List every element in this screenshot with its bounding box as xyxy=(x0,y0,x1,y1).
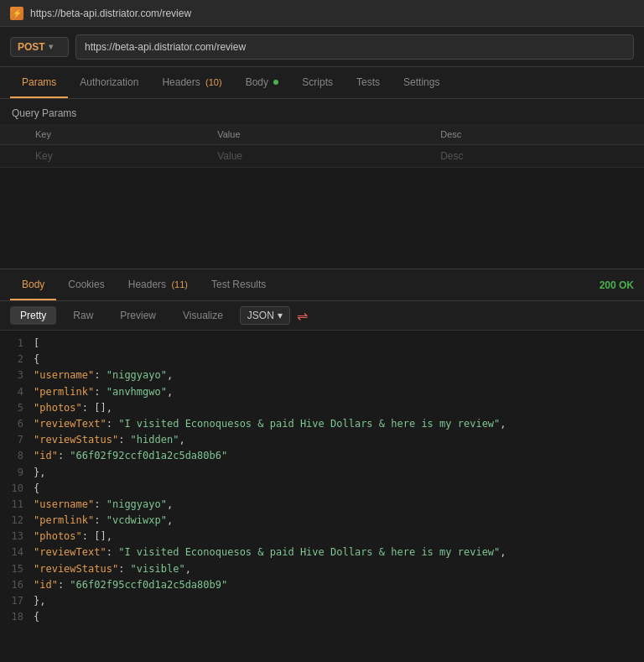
json-string: "niggyayo" xyxy=(106,498,167,510)
code-line: 18 { xyxy=(0,609,644,625)
json-bracket: [ xyxy=(34,337,39,349)
value-col-header: Value xyxy=(209,124,432,145)
key-cell[interactable]: Key xyxy=(27,145,209,168)
response-section: Body Cookies Headers (11) Test Results 2… xyxy=(0,268,644,630)
pretty-button[interactable]: Pretty xyxy=(10,306,56,325)
tab-params[interactable]: Params xyxy=(10,68,68,98)
line-number: 13 xyxy=(0,529,34,545)
tab-headers[interactable]: Headers (10) xyxy=(150,68,233,98)
tab-authorization[interactable]: Authorization xyxy=(68,68,150,98)
json-comma: , xyxy=(167,498,173,510)
line-content: { xyxy=(34,481,644,497)
json-comma: , xyxy=(167,369,173,381)
line-number: 9 xyxy=(0,465,34,481)
json-bracket: { xyxy=(34,482,39,494)
line-content: "id": "66f02f95ccf0d1a2c5da80b9" xyxy=(34,577,644,593)
request-section: POST ▾ Params Authorization Headers (10)… xyxy=(0,27,644,268)
tab-body[interactable]: Body xyxy=(234,68,291,98)
json-colon: : xyxy=(94,514,106,526)
tab-body-response[interactable]: Body xyxy=(10,270,56,300)
code-line: 11 "username": "niggyayo", xyxy=(0,497,644,513)
json-colon: : xyxy=(118,434,130,446)
preview-button[interactable]: Preview xyxy=(110,306,166,325)
json-key: "id" xyxy=(34,579,58,591)
json-bracket: }, xyxy=(34,595,45,607)
tab-tests[interactable]: Tests xyxy=(345,68,392,98)
format-type-select[interactable]: JSON ▾ xyxy=(240,306,290,325)
headers-badge: (10) xyxy=(205,77,222,87)
url-input[interactable] xyxy=(75,34,634,60)
code-line: 3 "username": "niggyayo", xyxy=(0,367,644,383)
tab-response-headers[interactable]: Headers (11) xyxy=(117,270,200,300)
code-line: 8 "id": "66f02f92ccf0d1a2c5da80b6" xyxy=(0,448,644,464)
json-colon: : xyxy=(82,530,94,542)
line-number: 17 xyxy=(0,593,34,609)
json-comma: , xyxy=(500,546,506,558)
line-content: }, xyxy=(34,465,644,481)
empty-space xyxy=(0,168,644,268)
wrap-icon[interactable]: ⇌ xyxy=(297,308,308,324)
title-url: https://beta-api.distriator.com/review xyxy=(30,8,191,19)
json-comma: , xyxy=(167,514,173,526)
line-content: "reviewStatus": "hidden", xyxy=(34,432,644,448)
code-line: 15 "reviewStatus": "visible", xyxy=(0,561,644,577)
code-line: 14 "reviewText": "I visited Econoquesos … xyxy=(0,545,644,560)
value-cell[interactable]: Value xyxy=(209,145,432,168)
line-content: "reviewText": "I visited Econoquesos & p… xyxy=(34,545,644,560)
tab-scripts[interactable]: Scripts xyxy=(290,68,345,98)
json-bracket: { xyxy=(34,611,39,623)
line-content: }, xyxy=(34,593,644,609)
json-string: "visible" xyxy=(131,563,185,575)
url-bar: POST ▾ xyxy=(0,27,644,67)
json-colon: : xyxy=(118,563,130,575)
json-comma: , xyxy=(106,402,112,414)
line-number: 11 xyxy=(0,497,34,513)
code-line: 1[ xyxy=(0,336,644,352)
line-content: { xyxy=(34,609,644,625)
json-string: "66f02f95ccf0d1a2c5da80b9" xyxy=(70,579,227,591)
line-content: "photos": [], xyxy=(34,529,644,545)
json-key: "reviewStatus" xyxy=(34,563,118,575)
line-number: 6 xyxy=(0,416,34,432)
line-number: 7 xyxy=(0,432,34,448)
code-line: 16 "id": "66f02f95ccf0d1a2c5da80b9" xyxy=(0,577,644,593)
json-colon: : xyxy=(94,369,106,381)
line-content: "photos": [], xyxy=(34,400,644,416)
json-colon: : xyxy=(94,386,106,398)
json-string: "vcdwiwxp" xyxy=(106,514,167,526)
line-number: 14 xyxy=(0,545,34,560)
json-string: "I visited Econoquesos & paid Hive Dolla… xyxy=(118,418,500,430)
json-string: "anvhmgwo" xyxy=(106,386,167,398)
json-bracket: }, xyxy=(34,467,45,478)
code-line: 9 }, xyxy=(0,465,644,481)
json-colon: : xyxy=(58,579,70,591)
code-line: 10 { xyxy=(0,481,644,497)
tab-cookies[interactable]: Cookies xyxy=(56,270,116,300)
line-number: 8 xyxy=(0,448,34,464)
response-headers-badge: (11) xyxy=(171,279,188,289)
line-number: 4 xyxy=(0,384,34,400)
line-number: 12 xyxy=(0,513,34,529)
method-dropdown[interactable]: POST ▾ xyxy=(10,37,69,57)
json-bracket: { xyxy=(34,353,39,365)
tab-test-results[interactable]: Test Results xyxy=(200,270,278,300)
desc-cell[interactable]: Desc xyxy=(432,145,644,168)
json-colon: : xyxy=(94,498,106,510)
response-status: 200 OK xyxy=(600,279,634,291)
params-table: Key Value Desc Key Value Desc xyxy=(0,124,644,168)
visualize-button[interactable]: Visualize xyxy=(173,306,233,325)
json-bracket: [] xyxy=(94,402,106,414)
json-string: "66f02f92ccf0d1a2c5da80b6" xyxy=(70,450,227,461)
code-line: 13 "photos": [], xyxy=(0,529,644,545)
tab-settings[interactable]: Settings xyxy=(392,68,451,98)
json-colon: : xyxy=(58,450,70,461)
json-colon: : xyxy=(82,402,94,414)
code-line: 7 "reviewStatus": "hidden", xyxy=(0,432,644,448)
format-type-label: JSON xyxy=(247,310,274,321)
line-content: { xyxy=(34,352,644,367)
checkbox-col-header xyxy=(0,124,27,145)
raw-button[interactable]: Raw xyxy=(63,306,103,325)
desc-col-header: Desc xyxy=(432,124,644,145)
key-col-header: Key xyxy=(27,124,209,145)
line-content: "reviewStatus": "visible", xyxy=(34,561,644,577)
